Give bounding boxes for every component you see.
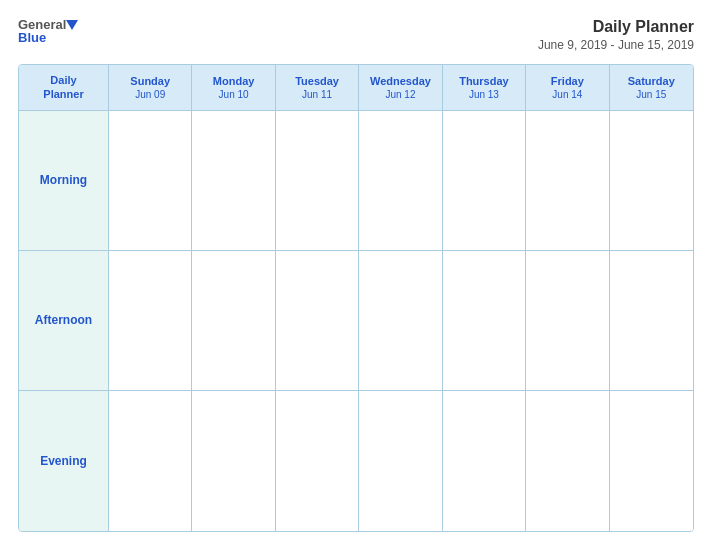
page: General Blue Daily Planner June 9, 2019 … — [0, 0, 712, 550]
afternoon-thu[interactable] — [443, 251, 526, 390]
header-wednesday: Wednesday — [370, 74, 431, 88]
header: General Blue Daily Planner June 9, 2019 … — [18, 18, 694, 52]
header-thursday: Thursday — [459, 74, 509, 88]
afternoon-label: Afternoon — [19, 251, 109, 390]
calendar-body: Morning Afternoon — [19, 111, 693, 531]
evening-label: Evening — [19, 391, 109, 531]
header-sun-date: Jun 09 — [135, 88, 165, 101]
logo-blue: Blue — [18, 31, 78, 44]
evening-thu[interactable] — [443, 391, 526, 531]
afternoon-row: Afternoon — [19, 251, 693, 391]
evening-sat[interactable] — [610, 391, 693, 531]
evening-wed[interactable] — [359, 391, 442, 531]
header-cell-mon: Monday Jun 10 — [192, 65, 275, 110]
header-daily: Daily — [50, 73, 76, 87]
morning-row: Morning — [19, 111, 693, 251]
morning-tue[interactable] — [276, 111, 359, 250]
afternoon-mon[interactable] — [192, 251, 275, 390]
calendar: Daily Planner Sunday Jun 09 Monday Jun 1… — [18, 64, 694, 532]
header-tuesday: Tuesday — [295, 74, 339, 88]
morning-fri[interactable] — [526, 111, 609, 250]
page-title: Daily Planner — [538, 18, 694, 36]
evening-row: Evening — [19, 391, 693, 531]
afternoon-sat[interactable] — [610, 251, 693, 390]
header-thu-date: Jun 13 — [469, 88, 499, 101]
evening-sun[interactable] — [109, 391, 192, 531]
header-friday: Friday — [551, 74, 584, 88]
header-mon-date: Jun 10 — [219, 88, 249, 101]
morning-thu[interactable] — [443, 111, 526, 250]
logo-icon — [66, 20, 78, 30]
header-cell-sat: Saturday Jun 15 — [610, 65, 693, 110]
header-cell-fri: Friday Jun 14 — [526, 65, 609, 110]
header-cell-tue: Tuesday Jun 11 — [276, 65, 359, 110]
header-wed-date: Jun 12 — [385, 88, 415, 101]
header-sat-date: Jun 15 — [636, 88, 666, 101]
morning-sun[interactable] — [109, 111, 192, 250]
header-monday: Monday — [213, 74, 255, 88]
header-cell-label: Daily Planner — [19, 65, 109, 110]
header-planner: Planner — [43, 87, 83, 101]
morning-sat[interactable] — [610, 111, 693, 250]
header-cell-sun: Sunday Jun 09 — [109, 65, 192, 110]
afternoon-sun[interactable] — [109, 251, 192, 390]
calendar-header-row: Daily Planner Sunday Jun 09 Monday Jun 1… — [19, 65, 693, 111]
afternoon-tue[interactable] — [276, 251, 359, 390]
header-sunday: Sunday — [130, 74, 170, 88]
evening-tue[interactable] — [276, 391, 359, 531]
afternoon-fri[interactable] — [526, 251, 609, 390]
title-block: Daily Planner June 9, 2019 - June 15, 20… — [538, 18, 694, 52]
date-range: June 9, 2019 - June 15, 2019 — [538, 38, 694, 52]
evening-mon[interactable] — [192, 391, 275, 531]
morning-wed[interactable] — [359, 111, 442, 250]
logo: General Blue — [18, 18, 78, 44]
header-cell-wed: Wednesday Jun 12 — [359, 65, 442, 110]
header-saturday: Saturday — [628, 74, 675, 88]
header-cell-thu: Thursday Jun 13 — [443, 65, 526, 110]
afternoon-wed[interactable] — [359, 251, 442, 390]
evening-fri[interactable] — [526, 391, 609, 531]
morning-mon[interactable] — [192, 111, 275, 250]
header-tue-date: Jun 11 — [302, 88, 332, 101]
morning-label: Morning — [19, 111, 109, 250]
header-fri-date: Jun 14 — [552, 88, 582, 101]
